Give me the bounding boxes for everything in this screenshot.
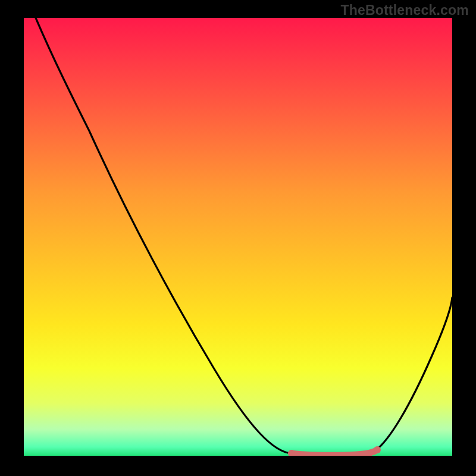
frame-bottom [0,456,476,476]
band-end-right [374,446,381,453]
optimal-band [292,450,377,455]
plot-area [24,18,452,456]
frame-left [0,0,24,476]
frame-right [452,0,476,476]
main-curve [36,18,452,455]
watermark-text: TheBottleneck.com [340,2,469,18]
chart-container: TheBottleneck.com [0,0,476,476]
curve-layer [24,18,452,456]
